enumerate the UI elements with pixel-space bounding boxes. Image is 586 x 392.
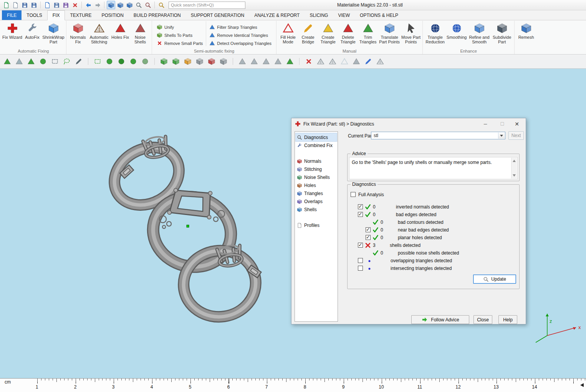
bad-edges-checkbox[interactable]: [358, 212, 363, 217]
close-file-icon[interactable]: [71, 1, 79, 9]
update-button[interactable]: Update: [473, 275, 516, 284]
maximize-button[interactable]: ☐: [496, 118, 509, 129]
sidebar-item-holes[interactable]: Holes: [296, 181, 337, 189]
split-triangles-icon[interactable]: [316, 57, 325, 66]
zoom-in-icon[interactable]: [134, 1, 143, 9]
tab-build-preparation[interactable]: BUILD PREPARATION: [129, 10, 186, 20]
delete-marked-triangles-icon[interactable]: [305, 57, 313, 66]
shrink-marking-icon[interactable]: [141, 57, 149, 66]
detect-overlapping-triangles-item[interactable]: Detect Overlapping Triangles: [209, 40, 271, 46]
tab-support-generation[interactable]: SUPPORT GENERATION: [186, 10, 249, 20]
unmark-triangle-icon[interactable]: [15, 57, 23, 66]
normals-fix-button[interactable]: Normals Fix: [68, 21, 88, 45]
outline-triangle-icon[interactable]: [340, 57, 349, 66]
sidebar-item-overlaps[interactable]: Overlaps: [296, 197, 337, 205]
expand-marking-icon[interactable]: [129, 57, 137, 66]
help-button[interactable]: Help: [498, 315, 517, 324]
load-job-icon[interactable]: [43, 1, 51, 9]
subdivide-part-button[interactable]: Subdivide Part: [491, 21, 513, 45]
export-platform-icon[interactable]: [61, 1, 70, 9]
undo-icon[interactable]: [84, 1, 93, 9]
translate-part-points-button[interactable]: Translate Part Points: [378, 21, 401, 45]
sidebar-item-combined-fix[interactable]: Combined Fix: [296, 141, 337, 149]
mark-shell-icon[interactable]: [117, 57, 126, 66]
close-button[interactable]: Close: [473, 315, 492, 324]
noise-shells-button[interactable]: Noise Shells: [130, 21, 150, 45]
measure-mesh-icon[interactable]: [376, 57, 384, 66]
next-button[interactable]: Next: [508, 131, 524, 140]
sidebar-item-profiles[interactable]: Profiles: [296, 221, 337, 229]
import-part-icon[interactable]: [2, 1, 10, 9]
tab-view[interactable]: VIEW: [333, 10, 355, 20]
quick-search-icon[interactable]: [157, 1, 166, 9]
mark-all-parts-icon[interactable]: [172, 57, 180, 66]
planar-holes-checkbox[interactable]: [366, 235, 371, 240]
zoom-to-fit-icon[interactable]: [107, 1, 115, 9]
inverted-normals-checkbox[interactable]: [358, 204, 363, 209]
clear-marking-icon[interactable]: [195, 57, 204, 66]
tab-analyze-report[interactable]: ANALYZE & REPORT: [249, 10, 305, 20]
mark-plane-icon[interactable]: [27, 57, 35, 66]
tab-slicing[interactable]: SLICING: [305, 10, 333, 20]
sketch-tool-icon[interactable]: [364, 57, 372, 66]
minimize-button[interactable]: ─: [479, 118, 492, 129]
draw-triangle-icon[interactable]: [352, 57, 361, 66]
save-job-icon[interactable]: [52, 1, 61, 9]
tab-file[interactable]: FILE: [2, 10, 22, 20]
sidebar-item-triangles[interactable]: Triangles: [296, 189, 337, 197]
trim-triangles-button[interactable]: Trim Triangles: [358, 21, 378, 45]
advice-scrollbar[interactable]: [511, 158, 517, 179]
mark-triangle-icon[interactable]: [3, 57, 12, 66]
zoom-selection-icon[interactable]: [144, 1, 152, 9]
remesh-button[interactable]: Remesh: [516, 21, 536, 40]
remove-identical-triangles-item[interactable]: Remove Identical Triangles: [209, 32, 271, 38]
improve-triangles-icon[interactable]: [328, 57, 337, 66]
redo-icon[interactable]: [93, 1, 102, 9]
rectangle-selection-icon[interactable]: [51, 57, 59, 66]
mark-surface-icon[interactable]: [39, 57, 47, 66]
flip-triangle-icon[interactable]: [262, 57, 270, 66]
tab-texture[interactable]: TEXTURE: [65, 10, 96, 20]
save-scene-icon[interactable]: [20, 1, 29, 9]
sidebar-item-noise-shells[interactable]: Noise Shells: [296, 173, 337, 181]
shells-to-parts-item[interactable]: Shells To Parts: [157, 32, 203, 38]
current-part-dropdown[interactable]: stl: [371, 132, 505, 139]
scroll-down-icon[interactable]: [513, 174, 516, 177]
refine-and-smooth-button[interactable]: Refine and Smooth: [467, 21, 491, 45]
tab-fix[interactable]: FIX: [47, 10, 65, 20]
sidebar-item-shells[interactable]: Shells: [296, 205, 337, 213]
tab-position[interactable]: POSITION: [97, 10, 129, 20]
fill-hole-mode-button[interactable]: Fill Hole Mode: [278, 21, 298, 45]
rotate-view-icon[interactable]: [125, 1, 134, 9]
quick-search-input[interactable]: [169, 2, 245, 9]
hide-marked-icon[interactable]: [219, 57, 228, 66]
smoothing-button[interactable]: Smoothing: [446, 21, 467, 40]
holes-fix-button[interactable]: Holes Fix: [110, 21, 130, 40]
tab-options-help[interactable]: OPTIONS & HELP: [355, 10, 403, 20]
edit-triangle-icon[interactable]: [250, 57, 258, 66]
create-bridge-button[interactable]: Create Bridge: [298, 21, 318, 45]
window-selection-icon[interactable]: [93, 57, 102, 66]
ring-model-3[interactable]: [179, 244, 261, 321]
cut-selection-icon[interactable]: [74, 57, 83, 66]
invert-marking-icon[interactable]: [207, 57, 216, 66]
filter-sharp-triangles-item[interactable]: Filter Sharp Triangles: [209, 24, 271, 30]
tab-tools[interactable]: TOOLS: [22, 10, 47, 20]
sidebar-item-stitching[interactable]: Stitching: [296, 165, 337, 173]
near-bad-edges-checkbox[interactable]: [366, 227, 371, 232]
follow-advice-button[interactable]: Follow Advice: [411, 315, 469, 324]
save-scene-as-icon[interactable]: [30, 1, 38, 9]
scroll-up-icon[interactable]: [513, 160, 516, 162]
close-button-icon[interactable]: ✕: [510, 118, 523, 129]
move-part-points-button[interactable]: Move Part Points: [401, 21, 421, 45]
autofix-button[interactable]: AutoFix: [22, 21, 42, 40]
fix-wizard-button[interactable]: Fix Wizard: [2, 21, 22, 40]
unify-item[interactable]: Unify: [157, 24, 203, 30]
remove-small-parts-item[interactable]: Remove Small Parts: [157, 40, 203, 46]
brush-selection-icon[interactable]: [105, 57, 114, 66]
create-triangle-tool-icon[interactable]: [238, 57, 247, 66]
isometric-view-icon[interactable]: [116, 1, 124, 9]
mark-part-icon[interactable]: [160, 57, 168, 66]
shells-checkbox[interactable]: [358, 243, 363, 248]
fill-marked-icon[interactable]: [286, 57, 294, 66]
